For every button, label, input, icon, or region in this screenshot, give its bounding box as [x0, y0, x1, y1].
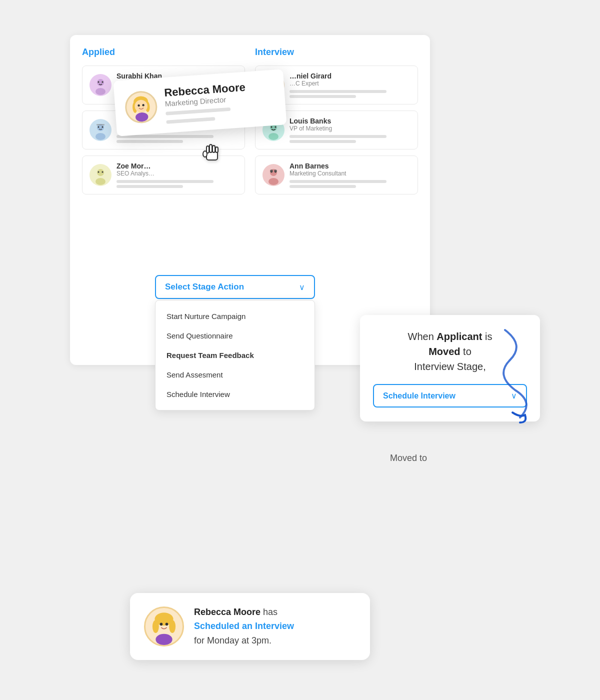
svg-point-2 [96, 88, 106, 95]
dropdown-item-feedback[interactable]: Request Team Feedback [156, 346, 314, 365]
svg-point-46 [203, 151, 207, 157]
svg-point-25 [275, 126, 276, 128]
drag-info-rebecca: Rebecca Moore Marketing Director [164, 81, 248, 124]
face-svg-ann [262, 164, 284, 186]
text-moved: Moved [428, 346, 460, 357]
drag-lines [166, 106, 248, 124]
notif-person-name: Rebecca Moore [194, 607, 260, 617]
hand-svg [200, 140, 225, 165]
notification-text: Rebecca Moore has Scheduled an Interview… [194, 605, 294, 648]
svg-point-8 [98, 126, 100, 128]
applied-column-title: Applied [82, 47, 245, 58]
dropdown-container: Select Stage Action ∨ Start Nurture Camp… [155, 275, 315, 410]
card-info-louis: Louis Banks VP of Marketing [290, 117, 410, 143]
card-lines-daniel [290, 90, 410, 98]
svg-point-28 [268, 178, 278, 185]
card-name-louis: Louis Banks [290, 117, 410, 125]
card-lines-louis [290, 135, 410, 143]
card-line [290, 95, 356, 98]
svg-point-54 [156, 634, 172, 645]
svg-point-23 [268, 133, 278, 140]
cursor-hand-icon [200, 140, 225, 170]
avatar-rebecca-notif [144, 606, 184, 646]
notif-scheduled: Scheduled an Interview [194, 621, 294, 631]
dropdown-item-schedule[interactable]: Schedule Interview [156, 384, 314, 404]
svg-point-9 [102, 126, 104, 128]
svg-point-3 [98, 82, 100, 83]
chevron-down-icon: ∨ [299, 282, 305, 292]
svg-point-4 [102, 82, 104, 83]
card-name-ann: Ann Barnes [290, 162, 410, 170]
dropdown-item-questionnaire[interactable]: Send Questionnaire [156, 326, 314, 346]
card-line [116, 135, 214, 138]
notif-action: has [263, 607, 278, 617]
card-line [290, 90, 386, 93]
face-svg-rebecca-notif [146, 606, 182, 646]
interview-column-title: Interview [255, 47, 418, 58]
card-line [116, 180, 214, 183]
svg-rect-43 [210, 144, 212, 152]
squiggle-arrow [465, 325, 545, 427]
card-name-daniel: …niel Girard [290, 72, 410, 80]
squiggle-svg [465, 325, 545, 425]
face-svg-rebecca-drag [126, 90, 156, 124]
dropdown-item-nurture[interactable]: Start Nurture Campaign [156, 306, 314, 326]
dropdown-item-assessment[interactable]: Send Assesment [156, 365, 314, 384]
card-line [290, 180, 386, 183]
automation-button-label: Schedule Interview [383, 392, 456, 400]
notification-card: Rebecca Moore has Scheduled an Interview… [130, 593, 370, 660]
avatar-surabhi [90, 74, 112, 96]
card-info-ann: Ann Barnes Marketing Consultant [290, 162, 410, 188]
svg-point-14 [98, 172, 100, 173]
card-line [290, 140, 356, 143]
card-line [290, 135, 386, 138]
card-lines-ann [290, 180, 410, 188]
svg-point-15 [102, 172, 104, 173]
card-ann[interactable]: Ann Barnes Marketing Consultant [255, 156, 418, 194]
card-lines-zoe [116, 180, 238, 188]
card-role-daniel: …C Expert [290, 80, 410, 87]
card-role-louis: VP of Marketing [290, 125, 410, 132]
svg-rect-45 [216, 147, 218, 152]
avatar-villads [90, 119, 112, 141]
text-when: When [408, 331, 434, 342]
drag-line [166, 117, 215, 124]
svg-point-52 [160, 622, 163, 626]
svg-rect-10 [96, 124, 104, 126]
dropdown-trigger-label: Select Stage Action [165, 282, 244, 292]
avatar-rebecca-drag [124, 90, 158, 124]
moved-to-label: Moved to [390, 453, 427, 464]
svg-point-53 [166, 622, 168, 626]
notif-suffix: for Monday at 3pm. [194, 636, 272, 646]
card-role-ann: Marketing Consultant [290, 170, 410, 177]
card-info-daniel: …niel Girard …C Expert [290, 72, 410, 98]
svg-point-7 [96, 133, 106, 140]
card-line [116, 185, 183, 188]
face-svg-villads [90, 119, 112, 141]
svg-point-13 [96, 178, 106, 185]
card-line [116, 140, 183, 143]
dropdown-menu: Start Nurture Campaign Send Questionnair… [155, 300, 315, 410]
svg-rect-44 [212, 146, 215, 152]
svg-point-49 [152, 620, 159, 633]
avatar-ann [262, 164, 284, 186]
avatar-zoe [90, 164, 112, 186]
svg-point-50 [169, 620, 176, 633]
face-svg-surabhi [90, 74, 112, 96]
drag-line [166, 108, 230, 116]
svg-point-24 [271, 126, 272, 128]
stage-action-dropdown[interactable]: Select Stage Action ∨ [155, 275, 315, 299]
card-line [290, 185, 356, 188]
face-svg-zoe [90, 164, 112, 186]
card-role-zoe: SEO Analys… [116, 170, 238, 177]
dragged-card[interactable]: Rebecca Moore Marketing Director [114, 69, 287, 136]
